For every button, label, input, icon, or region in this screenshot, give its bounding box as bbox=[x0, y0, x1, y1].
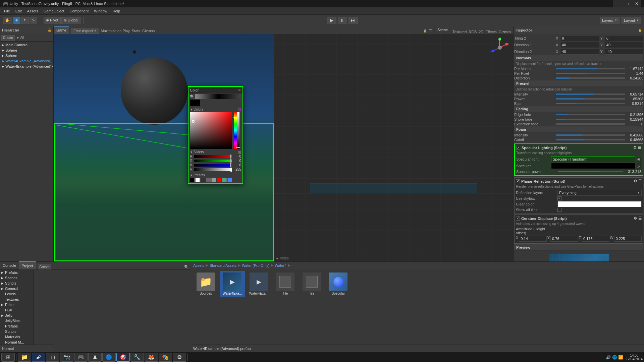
asset-specular[interactable]: Specular bbox=[326, 271, 351, 297]
color-mode-btn[interactable] bbox=[238, 108, 241, 111]
minimize-button[interactable]: ─ bbox=[613, 0, 623, 7]
breadcrumb-water4[interactable]: Water4 bbox=[275, 263, 286, 267]
direction2-y[interactable]: -40 bbox=[605, 49, 643, 55]
amp-z[interactable]: 0.175 bbox=[582, 236, 609, 242]
console-tab[interactable]: Console bbox=[0, 261, 19, 269]
foam-cutoff-slider[interactable] bbox=[556, 139, 625, 140]
preset-custom1[interactable] bbox=[222, 178, 227, 182]
hue-slider[interactable] bbox=[234, 112, 237, 149]
power-slider[interactable] bbox=[556, 98, 625, 100]
asset-tile-2[interactable]: Tile bbox=[299, 271, 324, 297]
gizmos-scene[interactable]: Gizmos bbox=[499, 30, 511, 34]
tree-materials[interactable]: ▶ Materials bbox=[0, 334, 33, 340]
scene-tab[interactable]: Scene bbox=[434, 26, 450, 34]
specular-settings-icon[interactable]: ⚙ bbox=[633, 145, 637, 150]
menu-component[interactable]: Component bbox=[67, 7, 91, 15]
scene-gizmo[interactable]: X Y Z bbox=[490, 38, 510, 58]
tree-textures[interactable]: ▶ Textures bbox=[0, 297, 33, 302]
tree-normalm[interactable]: ▶ Normal M... bbox=[0, 340, 33, 345]
specular-light-pick[interactable]: ◎ bbox=[637, 156, 641, 162]
specular-light-value[interactable]: Specular (Transform) bbox=[551, 156, 635, 162]
taskbar-camera[interactable]: 📷 bbox=[60, 353, 73, 362]
start-button[interactable]: ⊞ bbox=[1, 353, 15, 362]
clear-color-swatch[interactable] bbox=[557, 201, 642, 207]
show-tiles-checkbox[interactable] bbox=[557, 208, 561, 212]
asset-water4exa-1[interactable]: ▶ Water4Exa... bbox=[220, 271, 245, 297]
global-button[interactable]: ⊕ Global bbox=[61, 17, 81, 24]
amp-y[interactable]: 0.76 bbox=[550, 236, 578, 242]
alpha-slider[interactable] bbox=[237, 112, 239, 149]
preset-black[interactable] bbox=[190, 178, 195, 182]
tree-prefabs2[interactable]: ▶ Prefabs bbox=[0, 323, 33, 329]
color-saturation-area[interactable] bbox=[190, 112, 232, 149]
tree-editor[interactable]: ▶ Editor bbox=[0, 302, 33, 307]
specular-checkbox[interactable]: ✓ bbox=[516, 146, 520, 150]
project-tab[interactable]: Project bbox=[19, 261, 36, 269]
direction1-x[interactable]: 40 bbox=[560, 42, 599, 48]
eyedropper-icon[interactable]: 🔍 bbox=[190, 95, 195, 99]
taskbar-explorer[interactable]: 📁 bbox=[18, 353, 31, 362]
taskbar-unity[interactable]: 🎯 bbox=[116, 353, 130, 362]
fading-header[interactable]: Fading bbox=[514, 106, 643, 112]
hier-sphere-2[interactable]: ▶Sphere bbox=[1, 53, 53, 58]
per-vertex-slider[interactable] bbox=[556, 68, 625, 69]
layout-dropdown[interactable]: Layout ▼ bbox=[622, 17, 641, 24]
taskbar-settings[interactable]: 🔧 bbox=[130, 353, 144, 362]
foam-intensity-slider[interactable] bbox=[556, 134, 625, 136]
preset-darkgray[interactable] bbox=[201, 178, 205, 182]
g-slider[interactable] bbox=[194, 160, 232, 162]
pause-button[interactable]: ⏸ bbox=[338, 17, 347, 24]
menu-help[interactable]: Help bbox=[110, 7, 123, 15]
tiling2-x[interactable]: 8 bbox=[560, 35, 599, 41]
project-search[interactable]: 🔍 bbox=[184, 265, 189, 269]
tree-prefabs[interactable]: ▶ Prefabs bbox=[0, 270, 33, 275]
shore-fade-slider[interactable] bbox=[556, 119, 625, 120]
gizmos-game[interactable]: Gizmos bbox=[142, 29, 155, 33]
preset-white[interactable] bbox=[195, 178, 200, 182]
gerstner-menu-icon[interactable]: ☰ bbox=[638, 216, 642, 221]
menu-gameobject[interactable]: GameObject bbox=[41, 7, 67, 15]
breadcrumb-water-pro[interactable]: Water (Pro Only) bbox=[242, 263, 269, 267]
foam-header[interactable]: Foam bbox=[514, 126, 643, 133]
planar-menu-icon[interactable]: ☰ bbox=[638, 179, 642, 183]
a-slider[interactable] bbox=[194, 168, 232, 171]
specular-color-swatch[interactable] bbox=[551, 163, 635, 169]
close-button[interactable]: ✕ bbox=[632, 0, 641, 7]
asset-water4exa-2[interactable]: ▶ Water4Exa... bbox=[246, 271, 271, 297]
taskbar-lightroom[interactable]: ◻ bbox=[46, 353, 59, 362]
planar-checkbox[interactable]: ✓ bbox=[516, 179, 520, 183]
color-dialog-close[interactable]: ✕ bbox=[238, 88, 241, 93]
textured-dropdown[interactable]: Textured bbox=[452, 30, 467, 34]
planar-settings-icon[interactable]: ⚙ bbox=[634, 179, 637, 183]
amp-x[interactable]: 0.14 bbox=[519, 236, 546, 242]
gerstner-settings-icon[interactable]: ⚙ bbox=[634, 216, 637, 221]
bias-slider[interactable] bbox=[556, 103, 625, 104]
tree-scripts[interactable]: ▶ Scripts bbox=[0, 281, 33, 286]
extinction-slider[interactable] bbox=[556, 123, 625, 125]
hier-main-camera[interactable]: ▶Main Camera bbox=[1, 42, 53, 48]
2d-button[interactable]: 2D bbox=[479, 30, 483, 34]
taskbar-game1[interactable]: 🎮 bbox=[74, 353, 88, 362]
amp-w[interactable]: 0.225 bbox=[614, 236, 642, 242]
scale-tool[interactable]: ⤡ bbox=[30, 17, 37, 24]
tree-jelly[interactable]: ▶ Jelly bbox=[0, 313, 33, 318]
tree-scripts2[interactable]: ▶ Scripts bbox=[0, 329, 33, 334]
preset-custom2[interactable] bbox=[227, 178, 232, 182]
per-pixel-slider[interactable] bbox=[556, 73, 625, 74]
asset-tile-1[interactable]: Tile bbox=[273, 271, 298, 297]
free-aspect-dropdown[interactable]: Free Aspect▼ bbox=[71, 28, 99, 34]
taskbar-firefox[interactable]: 🦊 bbox=[145, 353, 158, 362]
tree-levels[interactable]: ▶ Levels bbox=[0, 291, 33, 297]
tree-general[interactable]: ▶ General bbox=[0, 286, 33, 291]
hierarchy-all[interactable]: ▼ All bbox=[16, 36, 24, 40]
reflection-layers-dropdown[interactable]: Everything ▼ bbox=[557, 190, 642, 196]
preset-red[interactable] bbox=[217, 178, 221, 182]
normals-header[interactable]: Normals bbox=[514, 55, 643, 61]
taskbar-photoshop[interactable]: 🖌 bbox=[32, 353, 45, 362]
tree-jellybloc[interactable]: ▶ JellyBloc... bbox=[0, 318, 33, 323]
use-skybox-checkbox[interactable]: ✓ bbox=[557, 196, 561, 200]
game-tab[interactable]: Game bbox=[54, 26, 69, 34]
specular-power-slider[interactable] bbox=[558, 171, 623, 172]
hand-tool[interactable]: ✋ bbox=[3, 17, 12, 24]
hier-water4-refl[interactable]: ▶Water4Example (Advanced)Refl... bbox=[1, 64, 53, 69]
